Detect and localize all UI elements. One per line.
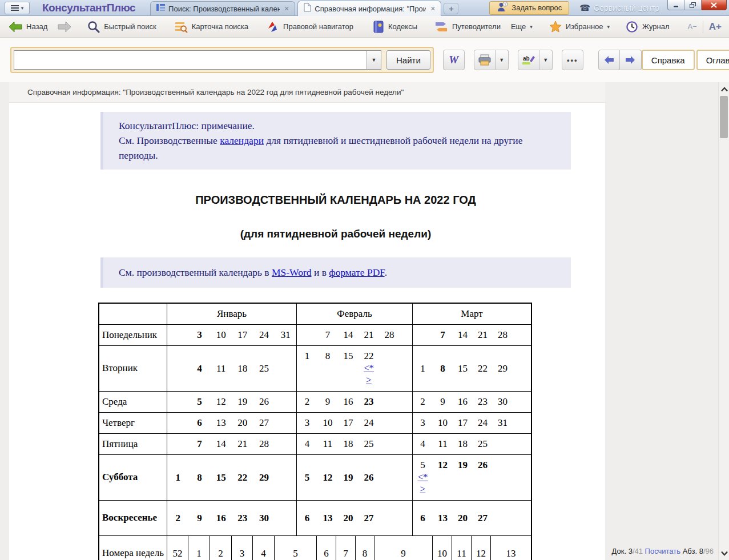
highlighter-icon: ab [522,54,535,66]
calendar-day: 19 [453,460,473,495]
doc-nav-arrows [598,50,642,70]
calendar-day: 11 [317,438,338,450]
search-dropdown-button[interactable]: ▼ [366,51,381,69]
tab-search-results[interactable]: Поиск: Производственный календарь × [150,1,295,15]
week-number-cell: 11 [452,536,471,560]
count-link[interactable]: Посчитать [645,547,680,555]
footnote-link-close[interactable]: > [366,374,372,386]
week-number-cell: 4 [252,536,274,560]
consultant-note: КонсультантПлюс: примечание. См. Произво… [100,112,571,170]
document-panel: Справочная информация: "Производственный… [9,82,605,560]
week-numbers-label: Номера недель [99,536,167,560]
more-actions-button[interactable]: ••• [562,50,583,70]
pdf-link[interactable]: формате PDF [329,267,384,278]
back-button[interactable]: Назад [3,18,53,35]
star-icon [549,21,562,33]
next-fragment-button[interactable] [620,50,642,70]
calendar-day [275,438,296,450]
week-number-cell: 6 [316,536,336,560]
see-also-text: См. производственный календарь в [119,267,272,278]
doc-counter-value: 3 [629,547,633,555]
more-button[interactable]: Еще ▾ [506,18,538,35]
calendar-day: 23 [359,396,379,408]
scrollbar-thumb[interactable] [720,96,728,138]
calendar-day [167,417,189,429]
footnote-link-open[interactable]: <* [417,472,428,484]
main-menu-button[interactable]: ▾ [5,2,30,14]
forward-button[interactable] [53,18,76,35]
month-days-cell: 29162330 [167,501,296,535]
footnote-link-open[interactable]: <* [364,362,374,374]
calendar-day [493,513,513,524]
month-days-cell: 7142128 [167,434,296,454]
calendar-day: 21 [232,438,253,450]
legal-navigator-button[interactable]: Правовой навигатор [261,18,359,35]
search-input[interactable] [14,51,366,69]
month-header: Март [412,304,531,324]
scroll-down-button[interactable] [719,547,729,559]
highlight-button[interactable]: ab [518,50,539,70]
service-center-button[interactable]: ☎ Сервисный центр [579,3,659,13]
ms-word-link[interactable]: MS-Word [272,267,312,278]
week-number-cell: 1 [188,536,210,560]
minimize-button[interactable] [667,0,684,10]
new-tab-button[interactable]: + [444,3,458,14]
tab-label: Поиск: Производственный календарь [168,5,280,13]
doc-counter-label: Док. [612,547,626,555]
print-button[interactable] [474,50,496,70]
quick-search-button[interactable]: Быстрый поиск [82,18,162,35]
month-days-cell: 181522<*> [296,346,412,391]
calendar-corner-cell [99,304,167,324]
chevron-down-icon [720,551,728,556]
guides-label: Путеводители [452,22,501,31]
week-number-cell: 2 [210,536,231,560]
calendar-day: 15 [453,363,473,374]
journal-button[interactable]: Журнал [621,18,674,35]
calendar-header-row: ЯнварьФевральМарт [99,304,531,324]
find-button[interactable]: Найти [386,50,430,70]
calendar-day: 10 [433,417,453,429]
close-tab-icon[interactable]: × [429,4,436,13]
search-card-button[interactable]: Карточка поиска [170,18,253,35]
calendar-day: 14 [210,438,232,450]
prev-fragment-button[interactable] [598,50,620,70]
weekday-label: Понедельник [99,325,167,345]
divider [703,21,703,33]
word-icon: W [449,54,458,66]
close-button[interactable] [702,0,727,10]
favorites-button[interactable]: Избранное ▾ [544,18,615,35]
calendar-day: 2 [167,513,189,524]
calendar-day: 14 [338,329,359,341]
back-label: Назад [26,22,47,31]
toc-button[interactable]: Оглавление [696,50,729,70]
highlight-dropdown-button[interactable]: ▼ [539,50,553,70]
restore-button[interactable] [684,0,702,10]
calendar-day: 16 [210,513,232,524]
calendar-day: 17 [338,417,359,429]
footnote-link-close[interactable]: > [420,484,426,495]
codes-button[interactable]: Кодексы [368,18,422,35]
close-tab-icon[interactable]: × [283,4,290,13]
tab-document[interactable]: Справочная информация: "Произво × [297,1,441,16]
calendar-day: 3 [297,417,317,429]
calendar-day [167,438,189,450]
svg-text:?: ? [505,2,507,6]
more-actions-group: ••• [562,50,583,70]
font-increase-button[interactable]: A+ [705,21,726,33]
calendars-link[interactable]: календари [220,135,264,146]
calendar-day: 24 [359,417,379,429]
week-number-cell: 9 [374,536,432,560]
scroll-up-button[interactable] [719,83,729,95]
font-decrease-button[interactable]: A− [684,22,701,31]
ask-question-button[interactable]: ? Задать вопрос [489,1,569,15]
calendar-day: 2 [297,396,317,408]
doc-panel-buttons: Справка Оглавление [642,50,729,70]
calendar-day: 22 [473,363,493,374]
month-days-cell: 7142128 [412,325,531,345]
export-word-button[interactable]: W [443,50,465,70]
help-button[interactable]: Справка [642,50,695,70]
guides-button[interactable]: Путеводители [429,18,506,35]
print-dropdown-button[interactable]: ▼ [496,50,509,70]
vertical-scrollbar[interactable] [718,82,729,560]
app-logo: КонсультантПлюс [42,2,135,14]
